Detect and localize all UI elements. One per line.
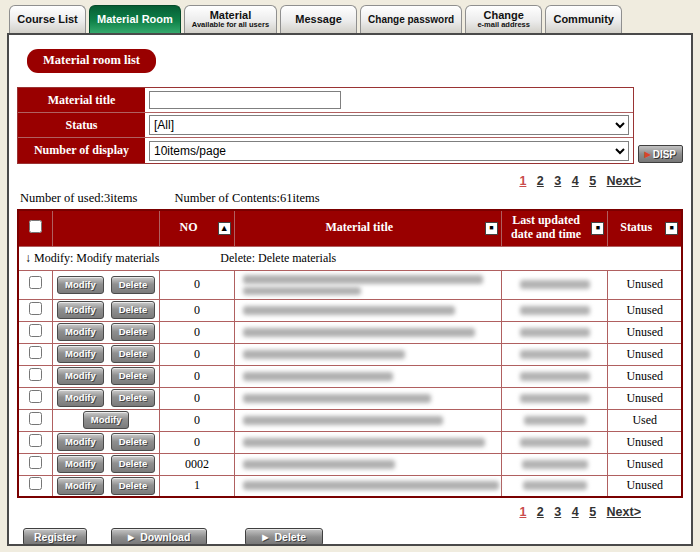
page-title-badge: Material room list: [27, 49, 156, 73]
sort-asc-icon[interactable]: ▲: [218, 222, 231, 235]
page-link-5[interactable]: 5: [589, 505, 596, 519]
register-label: Register: [34, 531, 76, 543]
row-no: 0: [160, 321, 235, 343]
delete-selected-button[interactable]: ▶ Delete: [245, 528, 323, 546]
delete-button[interactable]: Delete: [111, 455, 156, 473]
delete-button[interactable]: Delete: [111, 276, 156, 294]
material-title-input[interactable]: [149, 91, 341, 109]
number-of-contents: Number of Contents:61items: [174, 191, 319, 205]
material-title-cell[interactable]: [234, 321, 501, 343]
disp-button[interactable]: ▶ DISP: [638, 145, 684, 163]
row-checkbox[interactable]: [29, 276, 42, 289]
material-title-cell[interactable]: [234, 343, 501, 365]
modify-button[interactable]: Modify: [57, 276, 104, 294]
table-row: Modify Delete 0 Unused: [18, 431, 682, 453]
blurred-date: [520, 394, 590, 403]
delete-button[interactable]: Delete: [111, 345, 156, 363]
blurred-material-title[interactable]: [243, 328, 475, 337]
modify-button[interactable]: Modify: [57, 301, 104, 319]
delete-button[interactable]: Delete: [111, 433, 156, 451]
row-status: Unused: [608, 387, 682, 409]
materials-table: NO ▲ Material title ■ Last updated date …: [17, 209, 683, 498]
table-row: Modify Delete 0 Unused: [18, 365, 682, 387]
row-status: Unused: [608, 475, 682, 497]
modify-button[interactable]: Modify: [57, 455, 104, 473]
tab-material[interactable]: Material Available for all users: [184, 5, 277, 33]
blurred-material-title[interactable]: [243, 287, 361, 295]
row-checkbox[interactable]: [29, 456, 42, 469]
delete-button[interactable]: Delete: [111, 367, 156, 385]
modify-button[interactable]: Modify: [83, 411, 130, 429]
status-select[interactable]: [All]: [149, 115, 629, 135]
modify-button[interactable]: Modify: [57, 323, 104, 341]
tab-community[interactable]: Community: [545, 5, 622, 33]
blurred-material-title[interactable]: [243, 394, 431, 403]
sort-box-icon[interactable]: ■: [665, 222, 678, 235]
blurred-material-title[interactable]: [243, 438, 485, 447]
page-link-4[interactable]: 4: [572, 505, 579, 519]
modify-button[interactable]: Modify: [57, 345, 104, 363]
row-checkbox[interactable]: [29, 434, 42, 447]
pagination-top: 1 2 3 4 5 Next>: [17, 174, 683, 188]
delete-button[interactable]: Delete: [111, 301, 156, 319]
material-title-cell[interactable]: [234, 365, 501, 387]
page-link-4[interactable]: 4: [572, 174, 579, 188]
download-button[interactable]: ▶ Download: [111, 528, 207, 546]
blurred-material-title[interactable]: [243, 372, 393, 381]
tab-change-email[interactable]: Change e-mail address: [465, 5, 542, 33]
row-checkbox[interactable]: [29, 324, 42, 337]
page-link-3[interactable]: 3: [554, 505, 561, 519]
tab-course-list[interactable]: Course List: [9, 5, 86, 33]
page-link-2[interactable]: 2: [537, 505, 544, 519]
sort-box-icon[interactable]: ■: [591, 222, 604, 235]
table-row: Modify Delete 0 Unused: [18, 343, 682, 365]
modify-legend: ↓ Modify: Modify materials: [25, 251, 159, 265]
blurred-material-title[interactable]: [243, 306, 455, 315]
delete-button[interactable]: Delete: [111, 389, 156, 407]
tab-material-room[interactable]: Material Room: [89, 5, 181, 33]
register-button[interactable]: Register: [23, 528, 87, 546]
row-status: Unused: [608, 431, 682, 453]
tab-change-password[interactable]: Change password: [360, 5, 462, 33]
table-header-row: NO ▲ Material title ■ Last updated date …: [18, 210, 682, 246]
material-title-cell[interactable]: [234, 475, 501, 497]
blurred-material-title[interactable]: [243, 350, 405, 359]
modify-button[interactable]: Modify: [57, 367, 104, 385]
row-checkbox[interactable]: [29, 390, 42, 403]
page-link-5[interactable]: 5: [589, 174, 596, 188]
row-checkbox[interactable]: [29, 477, 42, 490]
tab-message[interactable]: Message: [280, 5, 357, 33]
material-title-cell[interactable]: [234, 409, 501, 431]
material-title-cell[interactable]: [234, 453, 501, 475]
row-checkbox[interactable]: [29, 412, 42, 425]
summary-counts: Number of used:3items Number of Contents…: [20, 191, 683, 206]
actions-header: [53, 210, 160, 246]
sort-box-icon[interactable]: ■: [485, 222, 498, 235]
blurred-material-title[interactable]: [243, 416, 443, 425]
blurred-material-title[interactable]: [243, 481, 499, 490]
modify-button[interactable]: Modify: [57, 389, 104, 407]
page-link-next[interactable]: Next>: [607, 174, 641, 188]
modify-button[interactable]: Modify: [57, 433, 104, 451]
delete-button[interactable]: Delete: [111, 477, 156, 495]
row-checkbox[interactable]: [29, 368, 42, 381]
items-per-page-select[interactable]: 10items/page: [149, 141, 629, 161]
modify-button[interactable]: Modify: [57, 477, 104, 495]
material-title-cell[interactable]: [234, 270, 501, 299]
blurred-material-title[interactable]: [243, 275, 483, 284]
select-all-checkbox[interactable]: [29, 220, 42, 233]
material-title-cell[interactable]: [234, 431, 501, 453]
page-link-2[interactable]: 2: [537, 174, 544, 188]
blurred-material-title[interactable]: [243, 460, 395, 469]
material-title-cell[interactable]: [234, 299, 501, 321]
row-no: 0: [160, 409, 235, 431]
delete-button[interactable]: Delete: [111, 323, 156, 341]
row-checkbox[interactable]: [29, 346, 42, 359]
row-checkbox[interactable]: [29, 302, 42, 315]
page-link-current: 1: [519, 174, 526, 188]
tab-label: Material Room: [97, 13, 173, 25]
blurred-date: [520, 280, 590, 289]
page-link-3[interactable]: 3: [554, 174, 561, 188]
page-link-next[interactable]: Next>: [607, 505, 641, 519]
material-title-cell[interactable]: [234, 387, 501, 409]
